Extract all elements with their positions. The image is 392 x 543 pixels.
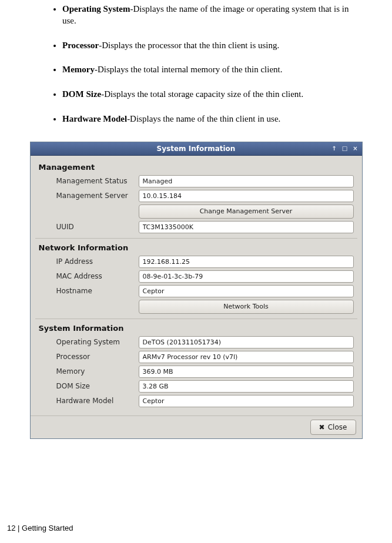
bullet-desc: -Displays the processor that the thin cl… <box>99 41 279 50</box>
label-mac-address: MAC Address <box>39 272 139 280</box>
bullet-term: Operating System <box>62 4 130 14</box>
field-memory[interactable] <box>139 366 354 378</box>
minimize-icon[interactable]: ↑ <box>330 145 339 153</box>
section-header-network: Network Information <box>39 243 354 252</box>
bullet-desc: -Displays the total storage capacity siz… <box>101 89 303 99</box>
label-management-server: Management Server <box>39 192 139 200</box>
label-management-status: Management Status <box>39 177 139 185</box>
close-button-label: Close <box>328 423 347 431</box>
dialog-footer: ✖ Close <box>31 415 362 438</box>
divider <box>35 238 357 239</box>
label-os: Operating System <box>39 338 139 346</box>
field-processor[interactable] <box>139 351 354 363</box>
bullet-term: Hardware Model <box>62 114 127 123</box>
bullet-term: DOM Size <box>62 89 101 99</box>
divider <box>35 319 357 319</box>
page-footer: 12 | Getting Started <box>7 524 73 532</box>
field-uuid[interactable] <box>139 221 354 233</box>
field-os[interactable] <box>139 336 354 348</box>
titlebar[interactable]: System Information ↑ □ × <box>31 142 362 156</box>
bullet-processor: Processor-Displays the processor that th… <box>62 40 357 52</box>
bullet-term: Memory <box>62 65 95 74</box>
bullet-dom-size: DOM Size-Displays the total storage capa… <box>62 89 357 100</box>
field-dom-size[interactable] <box>139 380 354 393</box>
label-processor: Processor <box>39 353 139 361</box>
close-window-icon[interactable]: × <box>351 145 360 153</box>
network-tools-button[interactable]: Network Tools <box>139 300 354 314</box>
field-management-status[interactable] <box>139 175 354 187</box>
bullet-term: Processor <box>62 41 99 50</box>
bullet-desc: -Displays the name of the thin client in… <box>127 114 280 123</box>
close-button[interactable]: ✖ Close <box>310 420 356 435</box>
bullet-operating-system: Operating System-Displays the name of th… <box>62 4 357 27</box>
system-information-window: System Information ↑ □ × Management Mana… <box>30 142 363 439</box>
field-hostname[interactable] <box>139 285 354 297</box>
bullet-desc: -Displays the total internal memory of t… <box>95 65 283 74</box>
window-controls: ↑ □ × <box>330 145 360 153</box>
section-header-management: Management <box>39 163 354 172</box>
close-icon: ✖ <box>319 423 325 431</box>
label-memory: Memory <box>39 367 139 376</box>
field-mac-address[interactable] <box>139 270 354 283</box>
label-uuid: UUID <box>39 223 139 231</box>
label-hostname: Hostname <box>39 287 139 295</box>
definition-list: Operating System-Displays the name of th… <box>51 4 357 125</box>
window-title: System Information <box>157 145 236 153</box>
label-hardware-model: Hardware Model <box>39 397 139 405</box>
bullet-hardware-model: Hardware Model-Displays the name of the … <box>62 113 357 125</box>
bullet-memory: Memory-Displays the total internal memor… <box>62 64 357 76</box>
label-ip-address: IP Address <box>39 257 139 266</box>
change-management-server-button[interactable]: Change Management Server <box>139 205 354 219</box>
maximize-icon[interactable]: □ <box>341 145 349 153</box>
field-management-server[interactable] <box>139 190 354 202</box>
field-hardware-model[interactable] <box>139 395 354 407</box>
field-ip-address[interactable] <box>139 256 354 268</box>
label-dom-size: DOM Size <box>39 382 139 390</box>
section-header-system: System Information <box>39 324 354 333</box>
